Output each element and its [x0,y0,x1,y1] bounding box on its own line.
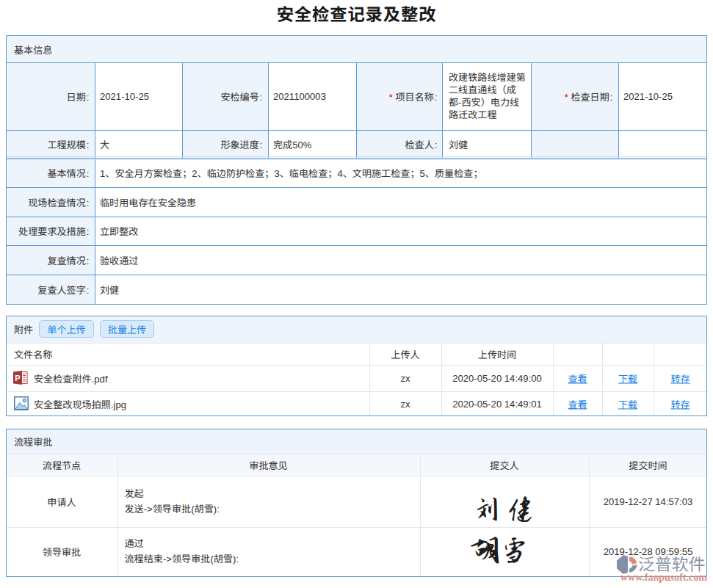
svg-text:P: P [15,374,20,382]
